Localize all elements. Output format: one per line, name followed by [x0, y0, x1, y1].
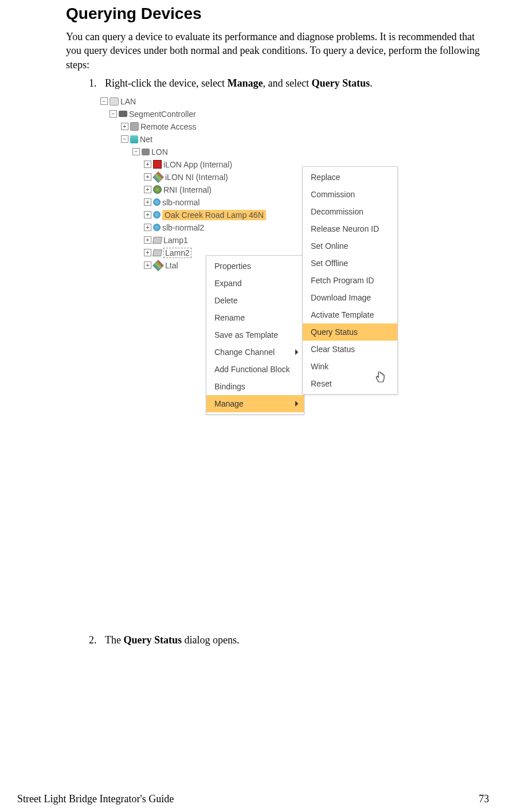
tree-label: Ltal — [165, 261, 178, 270]
menu-activate-template[interactable]: Activate Template — [303, 306, 397, 323]
submenu-arrow-icon — [295, 349, 298, 355]
net-icon — [130, 135, 138, 143]
minus-icon[interactable]: − — [100, 97, 108, 105]
minus-icon[interactable]: − — [132, 148, 140, 155]
tree-label: LON — [151, 147, 168, 157]
tree-label: iLON NI (Internal) — [165, 173, 228, 182]
lon-icon — [142, 149, 150, 155]
context-menu-manage-submenu: Replace Commission Decommission Release … — [302, 166, 398, 395]
tree-label: Net — [140, 135, 153, 144]
lamp-icon — [153, 249, 162, 256]
menu-download-image[interactable]: Download Image — [303, 289, 397, 306]
menu-rename[interactable]: Rename — [206, 309, 304, 326]
tree-label: Lamn2 — [163, 248, 191, 258]
menu-release-neuron-id[interactable]: Release Neuron ID — [303, 220, 397, 237]
footer-title: Street Light Bridge Integrator's Guide — [17, 793, 174, 805]
submenu-arrow-icon — [295, 401, 298, 407]
tree-label: Lamp1 — [163, 236, 188, 245]
tree-remote-access[interactable]: +Remote Access — [100, 120, 404, 133]
menu-commission[interactable]: Commission — [303, 186, 397, 203]
tree-label: Remote Access — [140, 122, 196, 131]
minus-icon[interactable]: − — [121, 135, 128, 143]
plus-icon[interactable]: + — [144, 186, 151, 193]
device-icon — [153, 211, 161, 218]
tree-label: slb-normal2 — [162, 223, 204, 232]
tree-label: slb-normal — [162, 198, 200, 207]
menu-bindings[interactable]: Bindings — [206, 378, 304, 395]
plus-icon[interactable]: + — [121, 123, 128, 130]
ltal-icon — [153, 260, 164, 271]
plus-icon[interactable]: + — [144, 236, 151, 244]
menu-replace[interactable]: Replace — [303, 169, 397, 186]
context-menu-primary: Properties Expand Delete Rename Save as … — [206, 255, 304, 415]
tree-net[interactable]: −Net — [100, 133, 404, 146]
step2-query-status: Query Status — [123, 634, 182, 646]
plus-icon[interactable]: + — [144, 173, 151, 181]
tree-label: SegmentController — [129, 110, 196, 119]
minus-icon[interactable]: − — [110, 110, 117, 118]
plus-icon[interactable]: + — [144, 224, 151, 231]
menu-clear-status[interactable]: Clear Status — [303, 341, 397, 358]
device-icon — [153, 224, 161, 231]
tree-label: LAN — [120, 97, 136, 106]
footer-page-number: 73 — [479, 793, 489, 805]
plus-icon[interactable]: + — [144, 198, 151, 206]
intro-paragraph: You can query a device to evaluate its p… — [66, 30, 489, 72]
lan-icon — [110, 97, 119, 106]
menu-add-functional-block[interactable]: Add Functional Block — [206, 361, 304, 378]
menu-delete[interactable]: Delete — [206, 292, 304, 309]
tree-label: iLON App (Internal) — [163, 160, 232, 169]
remote-icon — [130, 122, 139, 131]
menu-save-as-template[interactable]: Save as Template — [206, 326, 304, 343]
step-2: The Query Status dialog opens. — [99, 634, 489, 646]
plus-icon[interactable]: + — [144, 161, 151, 168]
ilon-app-icon — [153, 160, 162, 169]
menu-query-status[interactable]: Query Status — [303, 323, 397, 341]
tree-segment-controller[interactable]: −SegmentController — [100, 108, 404, 120]
tree-label-selected: Oak Creek Road Lamp 46N — [162, 210, 266, 220]
tree-lan[interactable]: −LAN — [100, 95, 404, 108]
tree-lon[interactable]: −LON — [100, 146, 404, 158]
step1-query-status: Query Status — [311, 77, 370, 89]
menu-manage[interactable]: Manage — [206, 395, 304, 412]
menu-set-offline[interactable]: Set Offline — [303, 255, 397, 272]
menu-label: Manage — [214, 399, 244, 408]
menu-set-online[interactable]: Set Online — [303, 237, 397, 255]
device-icon — [153, 198, 161, 206]
controller-icon — [119, 111, 127, 117]
step-1: Right-click the device, select Manage, a… — [99, 77, 489, 630]
page-title: Querying Devices — [66, 5, 489, 23]
step2-post: dialog opens. — [182, 634, 240, 646]
step2-pre: The — [105, 634, 123, 646]
page-footer: Street Light Bridge Integrator's Guide 7… — [0, 793, 512, 805]
hand-cursor-icon — [374, 370, 387, 387]
plus-icon[interactable]: + — [144, 249, 151, 256]
menu-decommission[interactable]: Decommission — [303, 203, 397, 220]
step1-mid: , and select — [263, 77, 311, 89]
menu-fetch-program-id[interactable]: Fetch Program ID — [303, 272, 397, 289]
rni-icon — [153, 185, 162, 194]
lamp-icon — [153, 237, 162, 244]
tree-label: RNI (Internal) — [163, 185, 212, 194]
step1-text: Right-click the device, select — [105, 77, 227, 89]
menu-change-channel[interactable]: Change Channel — [206, 343, 304, 361]
menu-properties[interactable]: Properties — [206, 257, 304, 275]
diamond-icon — [153, 171, 164, 183]
plus-icon[interactable]: + — [144, 261, 151, 269]
menu-label: Change Channel — [214, 348, 275, 357]
step1-post: . — [370, 77, 373, 89]
step1-manage: Manage — [227, 77, 263, 89]
screenshot-tree-menus: −LAN −SegmentController +Remote Access −… — [100, 93, 404, 630]
menu-expand[interactable]: Expand — [206, 275, 304, 292]
plus-icon[interactable]: + — [144, 211, 151, 218]
